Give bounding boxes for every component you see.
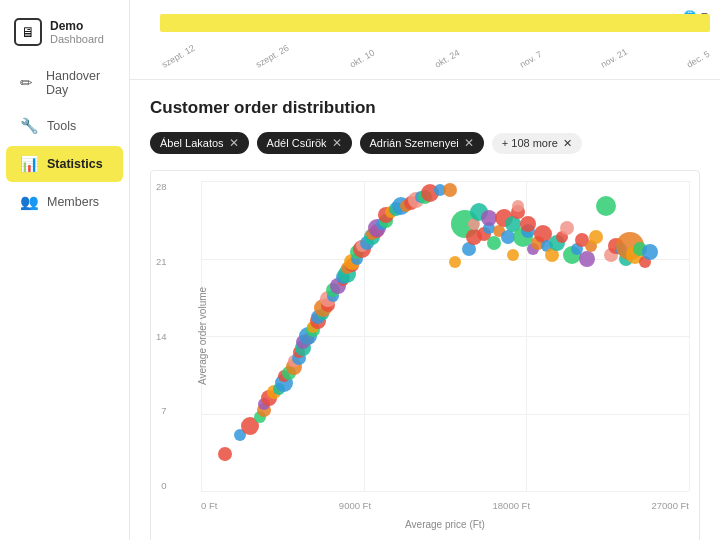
- scatter-dot: [579, 251, 595, 267]
- brand-text: Demo Dashboard: [50, 19, 104, 45]
- x-axis-label: 9000 Ft: [339, 500, 371, 511]
- grid-line-v: [689, 181, 690, 491]
- grid-line-h: [201, 181, 689, 182]
- scatter-dot: [560, 221, 574, 235]
- main-content: 🌐 E szept. 12 szept. 26 okt. 10 okt. 24 …: [130, 0, 720, 540]
- chart-inner: 28211470Average order volume0 Ft9000 Ft1…: [201, 181, 689, 491]
- remove-filter-1[interactable]: ✕: [332, 136, 342, 150]
- scatter-dot: [507, 249, 519, 261]
- x-axis-title: Average price (Ft): [201, 519, 689, 530]
- yellow-bar: [160, 14, 710, 32]
- y-axis-label: 0: [161, 480, 166, 491]
- date-2: okt. 10: [348, 47, 376, 69]
- filter-tags: Ábel Lakatos ✕ Adél Csűrök ✕ Adrián Szem…: [150, 132, 700, 154]
- topbar: 🌐 E szept. 12 szept. 26 okt. 10 okt. 24 …: [130, 0, 720, 80]
- scatter-dot: [443, 183, 457, 197]
- brand-subtitle: Dashboard: [50, 33, 104, 45]
- filter-tag-1[interactable]: Adél Csűrök ✕: [257, 132, 352, 154]
- scatter-dot: [596, 196, 616, 216]
- filter-tag-2[interactable]: Adrián Szemenyei ✕: [360, 132, 484, 154]
- date-axis: szept. 12 szept. 26 okt. 10 okt. 24 nov.…: [160, 61, 710, 71]
- y-axis: 28211470: [156, 181, 167, 491]
- grid-line-h: [201, 336, 689, 337]
- brand-icon: 🖥: [14, 18, 42, 46]
- sidebar-item-handover-day[interactable]: ✏ Handover Day: [6, 60, 123, 106]
- sidebar-label-statistics: Statistics: [47, 157, 103, 171]
- sidebar-label-handover: Handover Day: [46, 69, 109, 97]
- y-axis-label: 14: [156, 331, 167, 342]
- y-axis-label: 21: [156, 256, 167, 267]
- sidebar-item-tools[interactable]: 🔧 Tools: [6, 108, 123, 144]
- sidebar-label-tools: Tools: [47, 119, 76, 133]
- tools-icon: 🔧: [20, 117, 39, 135]
- content-area: Customer order distribution Ábel Lakatos…: [130, 80, 720, 540]
- date-3: okt. 24: [433, 47, 461, 69]
- statistics-icon: 📊: [20, 155, 39, 173]
- y-axis-title: Average order volume: [197, 287, 208, 385]
- section-title: Customer order distribution: [150, 98, 700, 118]
- filter-more[interactable]: + 108 more ✕: [492, 133, 582, 154]
- date-1: szept. 26: [254, 43, 291, 70]
- x-axis-label: 27000 Ft: [652, 500, 690, 511]
- grid-line-h: [201, 491, 689, 492]
- remove-filter-2[interactable]: ✕: [464, 136, 474, 150]
- sidebar: 🖥 Demo Dashboard ✏ Handover Day 🔧 Tools …: [0, 0, 130, 540]
- sidebar-item-members[interactable]: 👥 Members: [6, 184, 123, 220]
- y-axis-label: 7: [161, 405, 166, 416]
- scatter-dot: [512, 200, 524, 212]
- x-axis-label: 0 Ft: [201, 500, 217, 511]
- filter-tag-0[interactable]: Ábel Lakatos ✕: [150, 132, 249, 154]
- date-0: szept. 12: [160, 43, 197, 70]
- sidebar-label-members: Members: [47, 195, 99, 209]
- members-icon: 👥: [20, 193, 39, 211]
- scatter-dot: [218, 447, 232, 461]
- brand-name: Demo: [50, 19, 104, 33]
- date-5: nov. 21: [599, 47, 629, 70]
- x-axis-label: 18000 Ft: [493, 500, 531, 511]
- remove-filter-0[interactable]: ✕: [229, 136, 239, 150]
- grid-line-h: [201, 414, 689, 415]
- scatter-chart: 28211470Average order volume0 Ft9000 Ft1…: [150, 170, 700, 540]
- scatter-dot: [487, 236, 501, 250]
- sidebar-nav: ✏ Handover Day 🔧 Tools 📊 Statistics 👥 Me…: [0, 60, 129, 220]
- sidebar-item-statistics[interactable]: 📊 Statistics: [6, 146, 123, 182]
- remove-filter-more[interactable]: ✕: [563, 137, 572, 150]
- date-4: nov. 7: [518, 49, 544, 70]
- brand: 🖥 Demo Dashboard: [0, 12, 129, 60]
- y-axis-label: 28: [156, 181, 167, 192]
- grid-line-v: [364, 181, 365, 491]
- scatter-dot: [449, 256, 461, 268]
- scatter-dot: [589, 230, 603, 244]
- handover-icon: ✏: [20, 74, 38, 92]
- x-axis: 0 Ft9000 Ft18000 Ft27000 Ft: [201, 500, 689, 511]
- scatter-dot: [642, 244, 658, 260]
- date-6: dec. 5: [685, 49, 711, 70]
